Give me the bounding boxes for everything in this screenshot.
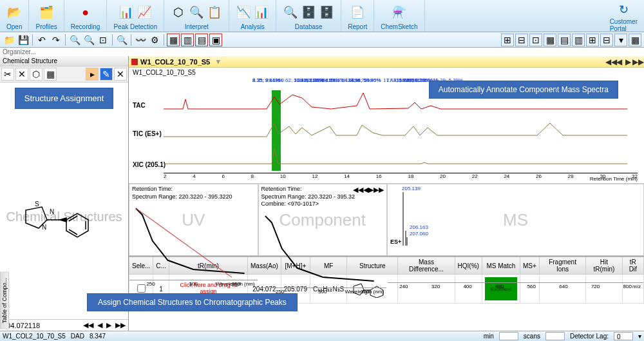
save-icon[interactable]: 💾 bbox=[17, 34, 30, 46]
panel-icon-5[interactable]: ▤ bbox=[558, 34, 571, 46]
ribbon-peak-detection[interactable]: 📊📈 Peak Detection bbox=[107, 0, 164, 32]
mass-nav-last[interactable]: ▶▶ bbox=[115, 321, 126, 329]
struct-tool-2[interactable]: ✕ bbox=[15, 68, 28, 81]
uv-range-label: Spectrum Range: 220.3220 - 395.3220 bbox=[132, 193, 255, 201]
zoom-reset-icon[interactable]: 🔍 bbox=[115, 34, 128, 46]
panel-icon-3[interactable]: ⊡ bbox=[529, 34, 542, 46]
ribbon-database-label: Database bbox=[295, 23, 323, 30]
chrom-x-axis: 2468101214161820222426283032 bbox=[164, 173, 638, 183]
structure-toolbar: ✂ ✕ ⬡ ▦ ▸ ✎ ✕ bbox=[0, 66, 128, 83]
redo-icon[interactable]: ↷ bbox=[50, 34, 62, 46]
tab-last-icon[interactable]: ▶▶ bbox=[632, 57, 641, 66]
mass-display: 204.072118 ◀◀ ◀ ▶ ▶▶ bbox=[0, 319, 128, 331]
portal-label: Customer Portal bbox=[610, 18, 638, 32]
struct-tool-1[interactable]: ✂ bbox=[1, 68, 14, 81]
main-content: W1_COL2_10_70_S5 ▾ ◀◀ ◀ ▶ ▶▶ W1_COL2_10_… bbox=[129, 56, 644, 331]
status-dropdown-icon[interactable]: ▾ bbox=[638, 333, 641, 340]
uv-curve bbox=[129, 202, 258, 280]
ms-axis: 240320400480560640720800 m/z bbox=[388, 282, 643, 290]
tab-dropdown-icon[interactable]: ▾ bbox=[213, 57, 220, 66]
undo-icon[interactable]: ↶ bbox=[35, 34, 48, 46]
interpret-icon-3: 📋 bbox=[207, 5, 222, 20]
panel-icon-10[interactable]: ▦ bbox=[629, 34, 641, 46]
status-min-field[interactable] bbox=[499, 332, 518, 340]
struct-tool-orange[interactable]: ▸ bbox=[86, 68, 99, 81]
zoom-out-icon[interactable]: 🔍 bbox=[82, 34, 95, 46]
report-icon: 📄 bbox=[350, 5, 365, 20]
sample-name: W1_COL2_10_70_S5 bbox=[129, 68, 644, 77]
uv-spectrum[interactable]: Retention Time: Spectrum Range: 220.3220… bbox=[129, 184, 258, 256]
tab-prev-icon[interactable]: ◀ bbox=[614, 57, 623, 66]
structure-canvas[interactable]: Chemical Structures S N N bbox=[0, 114, 128, 319]
mass-nav-next[interactable]: ▶ bbox=[106, 321, 111, 329]
ribbon-chemsketch[interactable]: ⚗️ ChemSketch bbox=[374, 0, 424, 32]
panel-icon-9[interactable]: ▾ bbox=[614, 34, 627, 46]
view-icon-2[interactable]: ▥ bbox=[181, 34, 194, 46]
status-sample: W1_COL2_10_70_S5 bbox=[3, 333, 66, 340]
ribbon-report[interactable]: 📄 Report bbox=[341, 0, 374, 32]
ribbon-peaks-label: Peak Detection bbox=[113, 23, 157, 30]
component-spectrum[interactable]: ◀◀ ◀ ▶ ▶▶ Retention Time: Spectrum Range… bbox=[258, 184, 388, 256]
struct-tool-4[interactable]: ▦ bbox=[44, 68, 57, 81]
panel-icon-7[interactable]: ⊞ bbox=[586, 34, 599, 46]
ribbon-interpret[interactable]: ⬡🔍📋 Interpret bbox=[164, 0, 229, 32]
status-dad: DAD bbox=[71, 333, 84, 340]
ribbon-open[interactable]: 📂 Open bbox=[0, 0, 29, 32]
ribbon-database[interactable]: 🔍🗄️🗄️ Database bbox=[276, 0, 341, 32]
svg-text:N: N bbox=[42, 224, 46, 231]
panel-icon-1[interactable]: ⊞ bbox=[501, 34, 514, 46]
panel-icon-8[interactable]: ⊟ bbox=[600, 34, 613, 46]
trace-tic-label: TIC (ES+) bbox=[133, 130, 162, 137]
peaks-icon: 📊 bbox=[118, 5, 134, 20]
customer-portal[interactable]: ↻ Customer Portal bbox=[603, 0, 644, 32]
portal-icon: ↻ bbox=[616, 3, 631, 17]
zoom-fit-icon[interactable]: ⊡ bbox=[97, 34, 109, 46]
compound-table-tab[interactable]: Table of Compo... bbox=[0, 272, 9, 329]
interpret-icon: ⬡ bbox=[171, 5, 186, 20]
view-icon-4[interactable]: ▣ bbox=[209, 34, 222, 46]
trace-xic-label: XIC (205.1) bbox=[133, 161, 166, 168]
status-lag-field[interactable]: 0 bbox=[614, 332, 633, 340]
tab-next-icon[interactable]: ▶ bbox=[623, 57, 632, 66]
zoom-in-icon[interactable]: 🔍 bbox=[68, 34, 81, 46]
component-nav: ◀◀ ◀ ▶ ▶▶ bbox=[353, 186, 384, 194]
ribbon-recording[interactable]: ● Recording bbox=[64, 0, 108, 32]
open-folder-icon[interactable]: 📁 bbox=[3, 34, 15, 46]
mass-nav-first[interactable]: ◀◀ bbox=[83, 321, 93, 329]
ribbon-analysis[interactable]: 📉📊 Analysis bbox=[229, 0, 276, 32]
ribbon-profiles[interactable]: 🗂️ Profiles bbox=[29, 0, 64, 32]
view-icon-3[interactable]: ▤ bbox=[195, 34, 208, 46]
db-icon-3: 🗄️ bbox=[319, 5, 334, 20]
organizer-label[interactable]: Organizer... bbox=[0, 48, 644, 56]
status-bar: W1_COL2_10_70_S5 DAD 8.347 min scans Det… bbox=[0, 331, 644, 341]
comp-prev-icon[interactable]: ◀ bbox=[363, 186, 368, 194]
tab-first-icon[interactable]: ◀◀ bbox=[605, 57, 614, 66]
analysis-icon: 📉 bbox=[236, 5, 251, 20]
panel-icon-2[interactable]: ⊟ bbox=[515, 34, 528, 46]
comp-next-icon[interactable]: ▶ bbox=[368, 186, 374, 194]
ribbon-report-label: Report bbox=[348, 23, 367, 30]
comp-last-icon[interactable]: ▶▶ bbox=[374, 186, 384, 194]
mass-nav-prev[interactable]: ◀ bbox=[97, 321, 102, 329]
panel-icon-4[interactable]: ▦ bbox=[544, 34, 556, 46]
struct-tool-close[interactable]: ✕ bbox=[114, 68, 127, 81]
struct-tool-3[interactable]: ⬡ bbox=[30, 68, 43, 81]
xic-trace bbox=[164, 147, 627, 166]
svg-marker-0 bbox=[60, 218, 66, 222]
status-scans-field[interactable] bbox=[545, 332, 565, 340]
svg-text:N: N bbox=[50, 208, 54, 215]
ribbon-profiles-label: Profiles bbox=[35, 23, 57, 30]
panel-icon-6[interactable]: ▥ bbox=[572, 34, 585, 46]
trace-config-icon[interactable]: ⚙ bbox=[148, 34, 161, 46]
struct-tool-blue[interactable]: ✎ bbox=[100, 68, 113, 81]
view-icon-1[interactable]: ▦ bbox=[167, 34, 180, 46]
sample-tab[interactable]: W1_COL2_10_70_S5 ▾ bbox=[131, 57, 220, 66]
chromatogram[interactable]: Automatically Annotate Component Mass Sp… bbox=[129, 77, 644, 184]
ribbon-chemsketch-label: ChemSketch bbox=[381, 23, 417, 30]
trace-icon[interactable]: 〰️ bbox=[134, 34, 147, 46]
comp-first-icon[interactable]: ◀◀ bbox=[353, 186, 363, 194]
assign-callout: Assign Chemical Structures to Chromatogr… bbox=[87, 293, 298, 311]
svg-line-4 bbox=[136, 208, 232, 277]
ms-spectrum[interactable]: 205.139 206.163 207.060 MS ES+ 240320400… bbox=[387, 184, 644, 256]
ribbon-open-label: Open bbox=[6, 23, 22, 30]
